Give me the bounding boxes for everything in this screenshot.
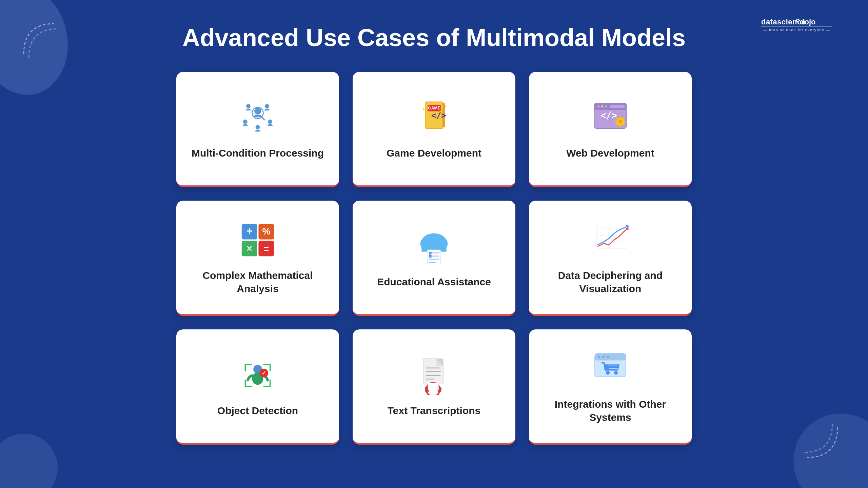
svg-text:=: = [263, 244, 269, 254]
transcription-icon [414, 355, 454, 396]
svg-point-9 [246, 104, 251, 108]
svg-text:%: % [262, 226, 270, 237]
card-object-detection[interactable]: ✓ Object Detection [176, 329, 339, 445]
svg-point-91 [614, 371, 618, 374]
svg-text:GAME: GAME [428, 106, 440, 110]
svg-text:✦: ✦ [443, 104, 447, 108]
svg-text:+: + [246, 225, 252, 237]
card-label-text-transcriptions: Text Transcriptions [388, 404, 481, 417]
svg-point-67 [626, 225, 629, 228]
card-label-educational-assistance: Educational Assistance [377, 275, 491, 288]
object-detection-icon: ✓ [237, 355, 278, 396]
svg-text:✓: ✓ [430, 252, 431, 255]
svg-point-68 [626, 227, 629, 230]
svg-point-31 [618, 120, 622, 124]
svg-text:</>: </> [431, 110, 446, 120]
page-wrapper: Advanced Use Cases of Multimodal Models [0, 0, 868, 445]
card-complex-mathematical-analysis[interactable]: + % × = Complex Mathematical Analysis [176, 201, 339, 316]
card-web-development[interactable]: </> Web Development [529, 72, 692, 187]
integrations-icon [590, 349, 631, 389]
svg-text:datascience: datascience [761, 18, 806, 26]
web-dev-icon: </> [590, 98, 631, 138]
svg-point-89 [607, 355, 609, 358]
svg-point-88 [602, 355, 605, 358]
svg-point-13 [256, 125, 260, 129]
card-label-data-deciphering-visualization: Data Deciphering and Visualization [536, 269, 685, 295]
svg-point-10 [265, 104, 269, 108]
logo: datascience dojo — data science for ever… [760, 14, 834, 34]
svg-rect-33 [619, 124, 622, 127]
svg-text:✦: ✦ [421, 106, 426, 111]
svg-text:×: × [246, 243, 252, 254]
svg-text:</>: </> [600, 110, 617, 121]
svg-rect-28 [610, 105, 625, 108]
svg-point-12 [268, 120, 272, 124]
card-educational-assistance[interactable]: ✓ ✓ Educational Assistance [353, 201, 515, 316]
svg-point-90 [606, 371, 610, 374]
data-viz-icon [590, 220, 631, 261]
svg-rect-86 [595, 358, 626, 360]
svg-line-8 [262, 117, 264, 120]
math-icon: + % × = [237, 220, 278, 261]
card-label-object-detection: Object Detection [217, 404, 298, 417]
card-text-transcriptions[interactable]: Text Transcriptions [353, 329, 515, 445]
svg-point-87 [598, 355, 600, 358]
card-game-development[interactable]: </> GAME ✦ ✦ Game Development [353, 72, 515, 187]
svg-rect-34 [615, 121, 617, 123]
people-search-icon [237, 98, 278, 138]
card-label-complex-mathematical-analysis: Complex Mathematical Analysis [183, 269, 332, 295]
svg-text:✓: ✓ [262, 370, 266, 376]
card-data-deciphering-visualization[interactable]: Data Deciphering and Visualization [529, 201, 692, 316]
logo-svg: datascience dojo — data science for ever… [760, 14, 834, 32]
card-label-web-development: Web Development [566, 146, 654, 160]
game-dev-icon: </> GAME ✦ ✦ [414, 98, 454, 138]
svg-point-25 [597, 105, 599, 107]
card-integrations-other-systems[interactable]: Integrations with Other Systems [529, 329, 692, 445]
card-label-integrations-other-systems: Integrations with Other Systems [536, 398, 685, 424]
svg-point-6 [255, 108, 261, 114]
education-icon: ✓ ✓ [414, 226, 454, 267]
svg-point-26 [601, 105, 603, 107]
svg-point-11 [243, 120, 248, 124]
svg-text:✓: ✓ [430, 255, 431, 258]
page-title: Advanced Use Cases of Multimodal Models [182, 24, 686, 52]
svg-text:dojo: dojo [800, 18, 815, 26]
svg-rect-83 [428, 383, 439, 390]
cards-grid: Multi-Condition Processing </> GAME ✦ ✦ … [176, 72, 692, 445]
svg-point-2 [797, 20, 799, 21]
svg-text:— data science for everyone —: — data science for everyone — [763, 28, 830, 32]
svg-rect-32 [619, 116, 622, 119]
svg-point-27 [605, 105, 607, 107]
card-multi-condition-processing[interactable]: Multi-Condition Processing [176, 72, 339, 187]
card-label-game-development: Game Development [387, 146, 481, 160]
svg-rect-35 [623, 121, 626, 123]
card-label-multi-condition-processing: Multi-Condition Processing [192, 146, 324, 160]
